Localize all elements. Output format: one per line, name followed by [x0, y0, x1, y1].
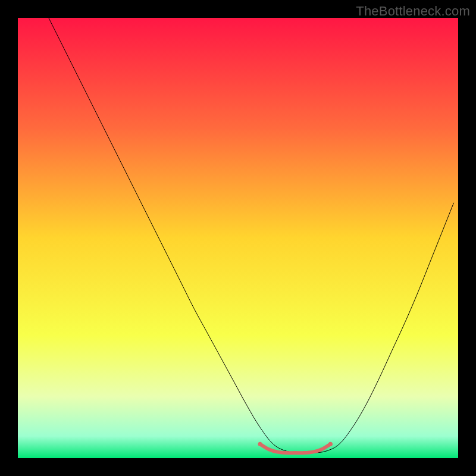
plot-area	[18, 18, 458, 458]
series-optimal-zone-highlight-start-cap	[258, 442, 262, 446]
chart-svg	[18, 18, 458, 458]
chart-container: TheBottleneck.com	[0, 0, 476, 476]
chart-background	[18, 18, 458, 458]
series-optimal-zone-highlight-end-cap	[328, 442, 333, 446]
watermark-text: TheBottleneck.com	[356, 4, 470, 19]
